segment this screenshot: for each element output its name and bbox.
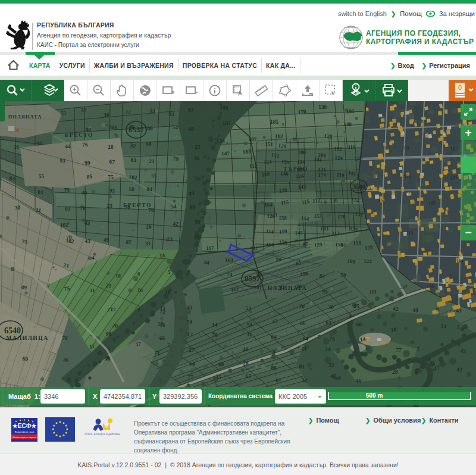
svg-text:0: 0	[458, 84, 462, 91]
svg-text:ОПАК. Експерти в действие: ОПАК. Експерти в действие	[84, 432, 120, 436]
svg-text:Инвестиция в хората: Инвестиция в хората	[12, 436, 36, 439]
svg-text:Европейски съюз: Европейски съюз	[15, 430, 34, 433]
svg-text:★ЕСФ★: ★ЕСФ★	[12, 423, 36, 429]
